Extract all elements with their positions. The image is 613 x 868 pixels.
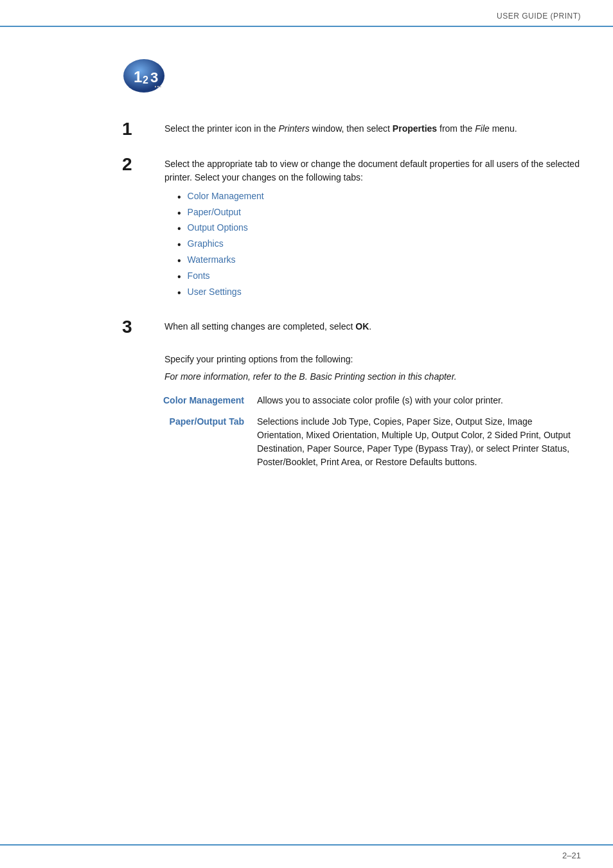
def-desc-color-management: Allows you to associate color profile (s…	[257, 394, 581, 407]
page-header: User Guide (Print)	[0, 0, 613, 26]
def-term-color-management: Color Management	[122, 394, 257, 407]
step-1: 1 Select the printer icon in the Printer…	[122, 120, 581, 139]
def-row-color-management: Color Management Allows you to associate…	[122, 394, 581, 407]
def-term-paper-output: Paper/Output Tab	[122, 415, 257, 429]
list-item: • User Settings	[177, 287, 581, 300]
step-2: 2 Select the appropriate tab to view or …	[122, 155, 581, 303]
list-item: • Fonts	[177, 270, 581, 284]
svg-text:...: ...	[154, 79, 162, 89]
bottom-border-line	[0, 844, 613, 846]
main-content: 1 2 3 ... 1 Select the printer icon in t…	[0, 26, 613, 508]
step-2-content: Select the appropriate tab to view or ch…	[164, 155, 581, 303]
link-paper-output[interactable]: Paper/Output	[188, 207, 241, 217]
step-3-content: When all setting changes are completed, …	[164, 317, 581, 333]
step-3-main: When all setting changes are completed, …	[164, 320, 581, 333]
link-watermarks[interactable]: Watermarks	[188, 254, 236, 265]
link-graphics[interactable]: Graphics	[188, 238, 224, 249]
def-row-paper-output: Paper/Output Tab Selections include Job …	[122, 415, 581, 469]
definitions-area: Color Management Allows you to associate…	[122, 394, 581, 469]
step-1-text: Select the printer icon in the Printers …	[164, 122, 581, 136]
step-1-number: 1	[122, 120, 154, 139]
step-3-additional: Specify your printing options from the f…	[164, 353, 581, 384]
list-item: • Color Management	[177, 191, 581, 204]
step-3-number: 3	[122, 317, 154, 337]
list-item: • Paper/Output	[177, 207, 581, 220]
header-title: User Guide (Print)	[497, 12, 581, 21]
step-2-intro: Select the appropriate tab to view or ch…	[164, 157, 581, 184]
link-fonts[interactable]: Fonts	[188, 270, 210, 281]
list-item: • Watermarks	[177, 254, 581, 268]
bullet-dot: •	[177, 287, 181, 300]
bullet-dot: •	[177, 270, 181, 284]
link-user-settings[interactable]: User Settings	[188, 287, 242, 297]
step-3-sub1: Specify your printing options from the f…	[164, 353, 581, 366]
link-output-options[interactable]: Output Options	[188, 222, 248, 233]
step-3: 3 When all setting changes are completed…	[122, 317, 581, 337]
svg-text:1: 1	[134, 68, 142, 85]
page-number: 2–21	[562, 851, 581, 860]
bullet-dot: •	[177, 191, 181, 204]
step-3-sub2: For more information, refer to the B. Ba…	[164, 370, 581, 384]
step-2-number: 2	[122, 155, 154, 175]
svg-text:2: 2	[143, 75, 148, 85]
step-1-content: Select the printer icon in the Printers …	[164, 120, 581, 136]
list-item: • Output Options	[177, 222, 581, 236]
logo-area: 1 2 3 ...	[122, 58, 581, 94]
top-border-line	[0, 26, 613, 27]
link-color-management[interactable]: Color Management	[188, 191, 264, 201]
step-2-bullet-list: • Color Management • Paper/Output • Outp…	[177, 191, 581, 300]
bullet-dot: •	[177, 254, 181, 268]
page-container: User Guide (Print) 1 2	[0, 0, 613, 868]
def-desc-paper-output: Selections include Job Type, Copies, Pap…	[257, 415, 581, 469]
bullet-dot: •	[177, 238, 181, 252]
bullet-dot: •	[177, 222, 181, 236]
steps-area: 1 Select the printer icon in the Printer…	[122, 120, 581, 469]
logo-badge: 1 2 3 ...	[122, 58, 168, 94]
bullet-dot: •	[177, 207, 181, 220]
list-item: • Graphics	[177, 238, 581, 252]
